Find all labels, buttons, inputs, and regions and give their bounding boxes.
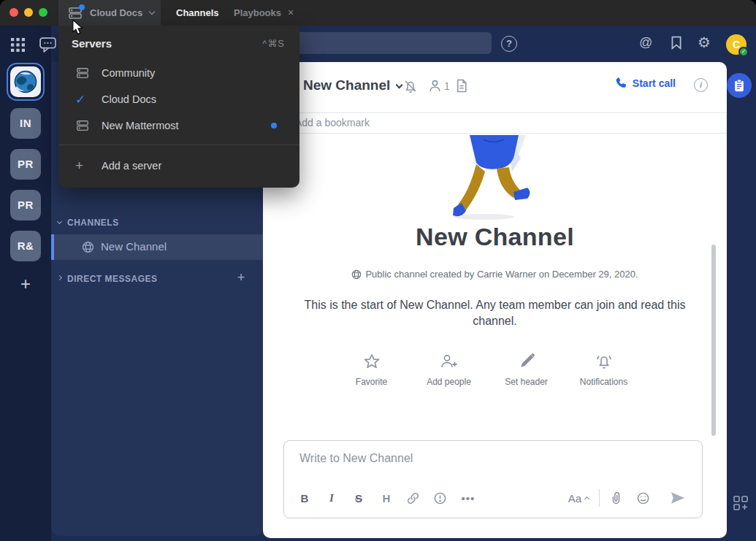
clipboard-icon (733, 79, 746, 93)
channel-members-button[interactable]: 1 (428, 79, 450, 93)
channel-header: New Channel 1 (263, 62, 727, 113)
strikethrough-button[interactable]: S (351, 486, 366, 510)
direct-messages-section-header[interactable]: DIRECT MESSAGES (51, 272, 263, 285)
app-bar (727, 26, 756, 541)
emoji-icon[interactable] (634, 486, 652, 510)
sidebar-item-new-channel[interactable]: New Channel (51, 234, 263, 260)
mouse-cursor (72, 19, 83, 35)
add-server-button[interactable]: + Add a server (58, 151, 299, 180)
server-icon (67, 6, 83, 20)
minimize-window-button[interactable] (24, 8, 33, 17)
start-call-label: Start call (633, 77, 676, 89)
plus-icon: + (75, 158, 91, 174)
send-message-icon[interactable] (667, 486, 687, 510)
channel-intro-body: This is the start of New Channel. Any te… (301, 297, 689, 329)
chevron-up-icon (584, 496, 589, 502)
pencil-icon (496, 353, 557, 375)
attach-file-icon[interactable] (607, 486, 625, 510)
notifications-button[interactable]: Notifications (573, 353, 635, 388)
channels-section-header[interactable]: CHANNELS (51, 216, 263, 229)
messages-icon[interactable] (39, 37, 57, 56)
menu-item-community[interactable]: Community (58, 60, 299, 86)
member-icon (428, 79, 442, 93)
apps-grid-icon[interactable] (11, 38, 25, 55)
show-formatting-button[interactable]: Aa (565, 486, 592, 510)
phone-icon (615, 77, 627, 89)
tab-close-icon[interactable]: × (288, 7, 294, 18)
heading-button[interactable]: H (379, 486, 394, 510)
chevron-down-icon (149, 9, 155, 15)
menu-item-cloud-docs[interactable]: ✓ Cloud Docs (58, 86, 299, 112)
menu-divider (58, 145, 299, 145)
playbooks-app-button[interactable] (727, 73, 752, 98)
bold-button[interactable]: B (297, 486, 312, 510)
chevron-right-icon (57, 275, 62, 280)
channel-intro-actions: Favorite Add people Set header (263, 353, 712, 388)
servers-menu-header: Servers ^⌘S (58, 26, 299, 60)
message-composer[interactable]: B I S H ••• Aa (283, 440, 703, 518)
settings-gear-icon[interactable]: ⚙ (698, 34, 711, 50)
saved-posts-icon[interactable] (671, 36, 682, 53)
team-item[interactable]: PR (10, 190, 41, 220)
search-input[interactable] (289, 32, 492, 54)
message-input[interactable] (298, 451, 678, 466)
app-marketplace-icon[interactable] (733, 496, 748, 513)
add-team-button[interactable]: + (10, 272, 41, 296)
globe-icon (351, 269, 362, 280)
server-dropdown-label: Cloud Docs (90, 7, 142, 18)
favorite-button[interactable]: Favorite (341, 353, 402, 388)
team-item[interactable]: PR (10, 149, 41, 180)
mentions-icon[interactable]: @ (639, 34, 652, 51)
server-unread-dot (79, 4, 85, 10)
zoom-window-button[interactable] (39, 8, 47, 17)
bookmark-bar[interactable]: Add a bookmark (263, 114, 727, 134)
servers-menu-shortcut: ^⌘S (262, 38, 285, 49)
server-icon (75, 66, 91, 80)
team-item-active[interactable] (7, 63, 45, 101)
set-header-button[interactable]: Set header (496, 353, 557, 388)
titlebar: Cloud Docs Channels Playbooks× (0, 0, 756, 26)
servers-menu-title: Servers (72, 37, 112, 50)
italic-button[interactable]: I (324, 486, 339, 510)
globe-icon (82, 241, 94, 256)
channel-intro-illustration (438, 135, 548, 223)
help-icon[interactable]: ? (501, 36, 517, 52)
chevron-down-icon (57, 219, 62, 224)
start-call-button[interactable]: Start call (615, 77, 676, 89)
channel-name: New Channel (101, 240, 167, 253)
channel-files-icon[interactable] (455, 79, 468, 96)
globe-team-icon (13, 69, 38, 94)
more-formatting-icon[interactable]: ••• (459, 486, 478, 510)
servers-dropdown-menu: Servers ^⌘S Community ✓ Cloud Docs (58, 26, 299, 188)
member-count: 1 (444, 80, 450, 92)
check-icon: ✓ (75, 92, 91, 107)
add-people-button[interactable]: Add people (419, 353, 480, 388)
channel-info-icon[interactable]: i (694, 78, 708, 92)
menu-item-new-mattermost[interactable]: New Mattermost (58, 112, 299, 139)
main-content: New Channel 1 (263, 62, 727, 538)
channel-intro-title: New Channel (263, 223, 727, 251)
server-icon (75, 118, 91, 133)
star-icon (341, 353, 402, 375)
message-priority-icon[interactable] (431, 486, 448, 510)
team-item[interactable]: IN (10, 108, 41, 139)
bell-ring-icon (573, 353, 635, 375)
toolbar-divider (599, 489, 600, 507)
selected-channel-bar (51, 234, 54, 260)
team-rail: IN PR PR R& + (0, 26, 51, 541)
tab-channels[interactable]: Channels (176, 0, 219, 26)
person-plus-icon (419, 353, 480, 375)
add-bookmark-label[interactable]: Add a bookmark (295, 117, 370, 128)
chevron-down-icon (396, 82, 403, 89)
app-window: Cloud Docs Channels Playbooks× ? @ ⚙ C ✓ (0, 0, 756, 541)
channel-title-menu[interactable]: New Channel (303, 77, 402, 93)
close-window-button[interactable] (9, 8, 18, 17)
muted-bell-icon[interactable] (403, 79, 418, 96)
add-direct-message-button[interactable]: + (233, 269, 249, 285)
channel-intro-meta: Public channel created by Carrie Warner … (263, 269, 727, 280)
tab-playbooks[interactable]: Playbooks× (234, 0, 294, 26)
link-icon[interactable] (404, 486, 421, 510)
scrollbar-thumb[interactable] (711, 245, 716, 436)
team-item[interactable]: R& (10, 231, 41, 261)
unread-dot (271, 123, 277, 128)
